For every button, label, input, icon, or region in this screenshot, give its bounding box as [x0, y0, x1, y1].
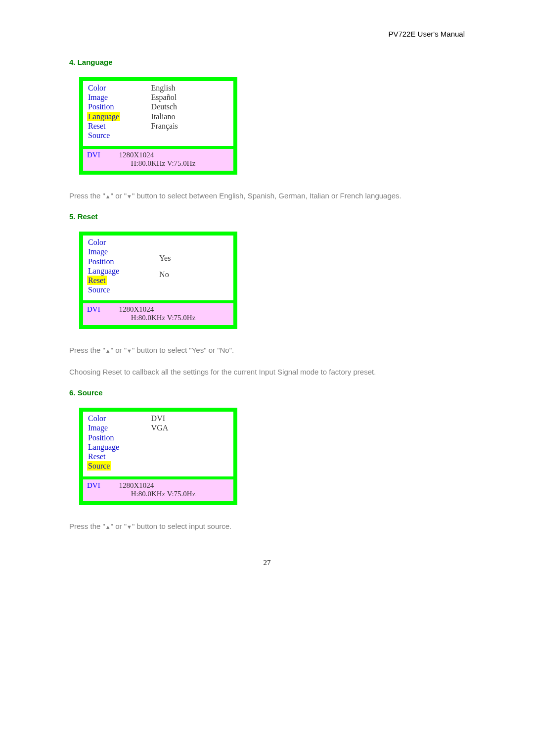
osd-status-freq: H:80.0KHz V:75.0Hz	[97, 314, 229, 322]
osd-menu-item: Source	[87, 285, 111, 294]
osd-menu-list: Color Image Position Language Reset Sour…	[87, 414, 151, 471]
osd-status-bar: DVI 1280X1024 H:80.0KHz V:75.0Hz	[83, 149, 233, 171]
osd-menu-item: Reset	[87, 121, 107, 131]
osd-option: Français	[151, 121, 229, 131]
text: " button to select "Yes" or "No".	[132, 346, 234, 354]
section-title-source: 6. Source	[69, 388, 465, 397]
osd-menu-list: Color Image Position Language Reset Sour…	[87, 83, 151, 140]
text: " or "	[111, 522, 127, 530]
osd-menu-item: Color	[87, 414, 107, 423]
osd-options-list: DVI VGA	[151, 414, 229, 471]
osd-status-source: DVI	[87, 151, 100, 159]
osd-status-freq: H:80.0KHz V:75.0Hz	[97, 159, 229, 168]
osd-menu-item: Image	[87, 93, 109, 102]
down-triangle-icon: ▼	[127, 193, 132, 199]
osd-option: Español	[151, 93, 229, 102]
section-title-language: 4. Language	[69, 58, 465, 66]
osd-status-resolution: 1280X1024	[119, 305, 154, 314]
down-triangle-icon: ▼	[127, 524, 132, 530]
text: " button to select input source.	[132, 522, 231, 530]
osd-option: No	[159, 270, 169, 279]
paragraph-reset-1: Press the "▲" or "▼" button to select "Y…	[69, 343, 465, 358]
osd-option: Yes	[159, 253, 171, 263]
osd-screenshot-source: Color Image Position Language Reset Sour…	[79, 408, 237, 505]
osd-panel-top: Color Image Position Language Reset Sour…	[83, 412, 233, 476]
osd-menu-item: Language	[87, 266, 120, 276]
text: Press the "	[69, 191, 105, 200]
text: " or "	[111, 346, 127, 354]
osd-menu-item: Language	[87, 442, 120, 452]
osd-menu-item: Color	[87, 83, 107, 93]
text: " button to select between English, Span…	[132, 191, 401, 200]
osd-status-bar: DVI 1280X1024 H:80.0KHz V:75.0Hz	[83, 303, 233, 325]
text: " or "	[111, 191, 127, 200]
page-number: 27	[69, 559, 465, 567]
osd-menu-item-selected: Language	[87, 112, 120, 121]
osd-menu-list: Color Image Position Language Reset Sour…	[87, 237, 144, 294]
osd-status-source: DVI	[87, 481, 100, 490]
paragraph-language: Press the "▲" or "▼" button to select be…	[69, 189, 465, 203]
paragraph-reset-2: Choosing Reset to callback all the setti…	[69, 365, 465, 379]
osd-option: English	[151, 83, 229, 93]
osd-option: DVI	[151, 414, 229, 423]
text: Press the "	[69, 346, 105, 354]
paragraph-source: Press the "▲" or "▼" button to select in…	[69, 519, 465, 534]
osd-screenshot-reset: Color Image Position Language Reset Sour…	[79, 232, 237, 329]
osd-options-list: Yes No	[144, 237, 229, 294]
osd-menu-item: Source	[87, 131, 111, 140]
osd-menu-item-selected: Source	[87, 461, 111, 471]
osd-menu-item: Position	[87, 102, 115, 111]
osd-menu-item: Color	[87, 237, 107, 247]
osd-screenshot-language: Color Image Position Language Reset Sour…	[79, 77, 237, 175]
osd-panel-top: Color Image Position Language Reset Sour…	[83, 81, 233, 146]
up-triangle-icon: ▲	[105, 348, 111, 354]
osd-option: VGA	[151, 423, 229, 432]
osd-status-freq: H:80.0KHz V:75.0Hz	[97, 490, 229, 498]
section-title-reset: 5. Reset	[69, 212, 465, 221]
osd-status-resolution: 1280X1024	[119, 481, 154, 490]
osd-options-list: English Español Deutsch Italiano Françai…	[151, 83, 229, 140]
osd-menu-item: Position	[87, 257, 115, 266]
osd-option: Deutsch	[151, 102, 229, 111]
page-header-title: PV722E User's Manual	[69, 30, 465, 38]
osd-status-resolution: 1280X1024	[119, 151, 154, 159]
osd-panel-top: Color Image Position Language Reset Sour…	[83, 236, 233, 300]
osd-menu-item: Position	[87, 433, 115, 442]
osd-menu-item: Reset	[87, 452, 107, 461]
osd-option: Italiano	[151, 112, 229, 121]
up-triangle-icon: ▲	[105, 193, 111, 199]
osd-status-bar: DVI 1280X1024 H:80.0KHz V:75.0Hz	[83, 479, 233, 501]
down-triangle-icon: ▼	[127, 348, 132, 354]
osd-menu-item: Image	[87, 423, 109, 432]
manual-page: PV722E User's Manual 4. Language Color I…	[0, 0, 534, 597]
osd-status-source: DVI	[87, 305, 100, 314]
text: Press the "	[69, 522, 105, 530]
osd-menu-item-selected: Reset	[87, 276, 107, 285]
up-triangle-icon: ▲	[105, 524, 111, 530]
osd-menu-item: Image	[87, 247, 109, 256]
